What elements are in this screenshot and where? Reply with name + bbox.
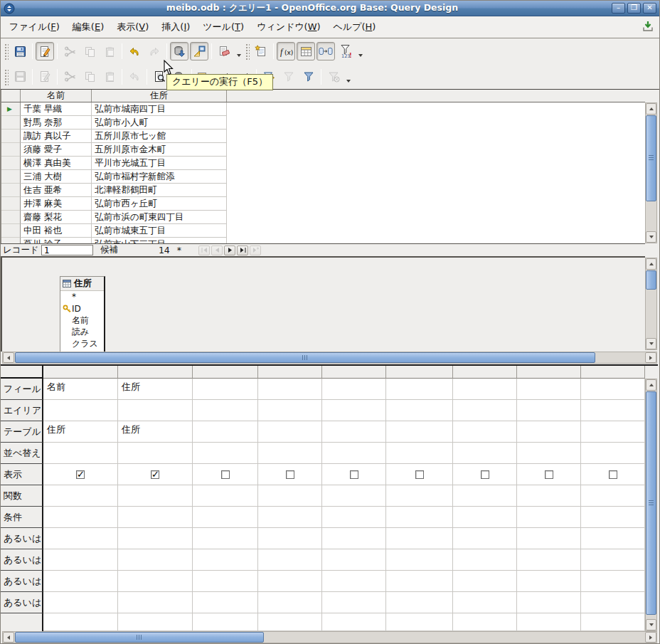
copy-button[interactable]	[80, 68, 99, 86]
grid-cell[interactable]: 住所	[43, 421, 118, 443]
cell-address[interactable]: 弘前市福村字新館添	[92, 170, 227, 184]
grid-cell[interactable]	[453, 443, 517, 464]
scroll-thumb[interactable]	[15, 632, 264, 643]
table-window-titlebar[interactable]: 住所	[60, 277, 104, 291]
next-record-button[interactable]	[224, 246, 235, 255]
grid-cell[interactable]	[581, 400, 645, 421]
grid-cell[interactable]	[581, 379, 645, 400]
cell-name[interactable]: 住吉 亜希	[21, 184, 92, 197]
grid-cell[interactable]	[386, 549, 453, 571]
row-selector[interactable]	[1, 116, 21, 130]
grid-cell[interactable]	[581, 528, 645, 549]
cell-name[interactable]: 千葉 早織	[21, 102, 92, 116]
close-button[interactable]: ✕	[643, 3, 656, 14]
row-selector[interactable]	[1, 224, 21, 238]
copy-button[interactable]	[80, 42, 99, 60]
grid-cell[interactable]	[258, 549, 322, 571]
grid-cell[interactable]	[322, 507, 386, 528]
grid-cell[interactable]	[118, 485, 193, 507]
scroll-left-button[interactable]	[3, 352, 14, 363]
scroll-up-button[interactable]	[646, 379, 656, 391]
standard-filter-button[interactable]	[299, 68, 318, 86]
field-item[interactable]: ID	[60, 303, 104, 315]
cell-address[interactable]: 弘前市西ヶ丘町	[92, 197, 227, 211]
menu-item-window[interactable]: ウィンドウ(W)	[250, 18, 327, 36]
grid-cell[interactable]	[386, 507, 453, 528]
grid-cell[interactable]	[581, 421, 645, 443]
grid-cell[interactable]	[517, 507, 581, 528]
grid-cell[interactable]	[193, 379, 258, 400]
add-table-button[interactable]	[252, 42, 270, 60]
grid-cell[interactable]	[322, 485, 386, 507]
grid-cell[interactable]	[517, 400, 581, 421]
distinct-values-button[interactable]: 123!	[336, 42, 355, 60]
cell-name[interactable]: 中田 裕也	[21, 224, 92, 238]
grid-horizontal-scrollbar[interactable]	[2, 631, 657, 643]
row-selector[interactable]	[1, 211, 21, 224]
cell-name[interactable]: 齋藤 梨花	[21, 211, 92, 224]
scroll-down-button[interactable]	[646, 231, 656, 243]
table-name-button[interactable]	[297, 42, 315, 60]
visible-checkbox[interactable]	[545, 470, 553, 479]
table-window-jusho[interactable]: 住所 *ID名前読みクラス	[60, 276, 105, 352]
grid-cell[interactable]	[43, 549, 118, 571]
grid-cell[interactable]	[43, 400, 118, 421]
scroll-up-button[interactable]	[646, 258, 656, 270]
cell-name[interactable]: 井澤 麻美	[21, 197, 92, 211]
grid-cell[interactable]	[517, 464, 581, 485]
cell-name[interactable]: 對馬 奈那	[21, 116, 92, 130]
cell-address[interactable]: 弘前市城南四丁目	[92, 102, 227, 116]
menu-item-insert[interactable]: 挿入(I)	[155, 18, 196, 36]
menu-item-tools[interactable]: ツール(T)	[196, 18, 250, 36]
scroll-right-button[interactable]	[645, 632, 656, 643]
visible-checkbox[interactable]	[151, 470, 159, 479]
grid-cell[interactable]	[258, 592, 322, 613]
grid-cell[interactable]	[322, 400, 386, 421]
field-item[interactable]: *	[60, 291, 104, 303]
undo-button[interactable]	[125, 42, 144, 60]
grid-cell[interactable]	[322, 613, 386, 631]
grid-cell[interactable]	[386, 379, 453, 400]
save-record-button[interactable]	[11, 68, 29, 86]
cut-button[interactable]	[60, 42, 79, 60]
grid-header-cell[interactable]	[118, 366, 193, 379]
grid-cell[interactable]	[322, 528, 386, 549]
grid-cell[interactable]: 名前	[43, 379, 118, 400]
row-selector[interactable]	[1, 238, 21, 243]
grid-cell[interactable]	[322, 379, 386, 400]
grid-cell[interactable]	[386, 592, 453, 613]
visible-checkbox[interactable]	[286, 470, 294, 479]
row-selector[interactable]	[1, 143, 21, 157]
grid-cell[interactable]	[322, 421, 386, 443]
column-header-address[interactable]: 住所	[92, 90, 227, 102]
row-selector[interactable]	[1, 197, 21, 211]
grid-cell[interactable]	[517, 613, 581, 631]
result-vertical-scrollbar[interactable]	[645, 102, 657, 243]
grid-cell[interactable]	[43, 592, 118, 613]
grid-cell[interactable]	[118, 464, 193, 485]
grid-header-cell[interactable]	[322, 366, 386, 379]
row-selector[interactable]	[1, 184, 21, 197]
toolbar-handle[interactable]	[4, 43, 9, 60]
menu-item-help[interactable]: ヘルプ(H)	[327, 18, 383, 36]
grid-cell[interactable]	[43, 443, 118, 464]
grid-cell[interactable]	[386, 528, 453, 549]
grid-cell[interactable]	[118, 507, 193, 528]
grid-cell[interactable]	[193, 464, 258, 485]
grid-header-cell[interactable]	[258, 366, 322, 379]
grid-cell[interactable]	[258, 464, 322, 485]
grid-cell[interactable]	[43, 571, 118, 592]
grid-cell[interactable]	[453, 528, 517, 549]
scroll-up-button[interactable]	[646, 103, 656, 115]
grid-header-cell[interactable]	[581, 366, 645, 379]
design-pane-horizontal-scrollbar[interactable]	[2, 352, 657, 364]
dropdown-caret[interactable]	[344, 68, 353, 86]
grid-cell[interactable]	[322, 464, 386, 485]
cell-address[interactable]: 弘前市小人町	[92, 116, 227, 130]
cell-address[interactable]: 平川市光城五丁目	[92, 157, 227, 170]
cell-address[interactable]: 北津軽郡鶴田町	[92, 184, 227, 197]
grid-cell[interactable]	[386, 464, 453, 485]
grid-cell[interactable]	[193, 571, 258, 592]
visible-checkbox[interactable]	[76, 470, 85, 479]
dropdown-caret[interactable]	[234, 42, 243, 60]
